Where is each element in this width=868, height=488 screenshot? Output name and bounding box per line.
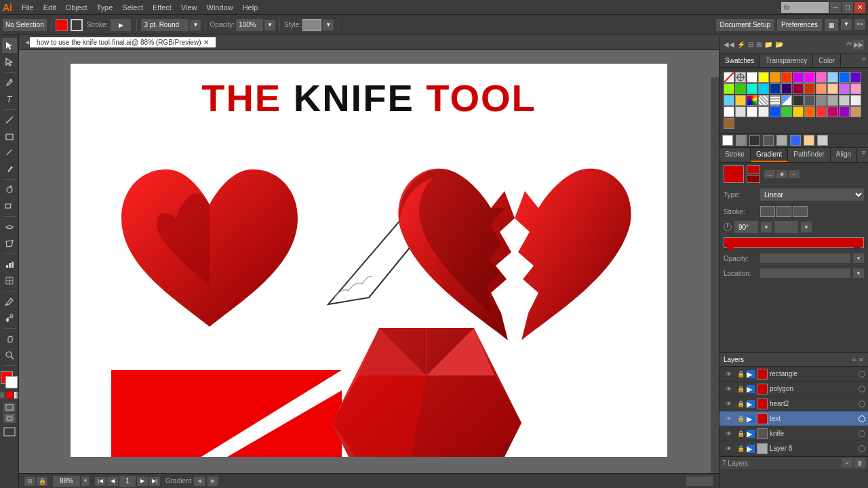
background-color[interactable] [5,376,18,388]
layer-lock-1[interactable]: 🔒 [736,369,745,379]
menu-effect[interactable]: Effect [149,2,176,13]
layer-target-3[interactable] [859,401,865,407]
layer-eye-6[interactable]: 👁 [724,444,733,453]
grad-color-preview[interactable] [724,165,744,183]
angle-dropdown[interactable]: ▼ [761,222,772,232]
tab-scroll-left[interactable]: ◀ [24,37,30,48]
tab-gradient[interactable]: Gradient [751,148,788,162]
swatch-g0[interactable] [758,106,769,117]
tab-color[interactable]: Color [813,54,841,67]
stroke-btn3[interactable] [793,206,808,217]
style-swatch[interactable] [302,19,321,31]
rotate-tool[interactable] [2,182,17,197]
paint-brush-tool[interactable] [2,161,17,176]
color-btn[interactable] [6,392,13,399]
swatch-pattern3[interactable] [770,95,781,106]
swatch-lightgray2[interactable] [735,106,746,117]
tab-stroke[interactable]: Stroke [719,148,751,162]
swatch-peach[interactable] [827,83,838,94]
swatch-darkorange[interactable] [804,106,815,117]
swatch-magenta[interactable] [804,72,815,83]
swatch-lime[interactable] [724,83,734,94]
last-artboard-btn[interactable]: ▶| [149,476,160,486]
close-btn[interactable]: ✕ [854,2,865,13]
swatch-purple[interactable] [793,72,804,83]
swatch-nearlywh[interactable] [850,95,861,106]
zoom-input[interactable] [53,476,80,487]
stroke-color[interactable] [71,19,83,31]
layer-eye-1[interactable]: 👁 [724,369,733,379]
layers-menu[interactable]: ≡ [852,357,856,363]
v-scroll-thumb[interactable] [711,50,719,77]
panel-icon-btn1[interactable]: ⚡ [737,41,745,48]
swatch-brown[interactable] [724,118,734,129]
zoom-tool[interactable] [2,348,17,363]
swatch-leafgreen[interactable] [781,106,792,117]
presentation-btn[interactable] [3,427,16,438]
angle-dial[interactable] [724,223,732,231]
tab-pathfinder[interactable]: Pathfinder [788,148,831,162]
gradient-btn[interactable] [14,392,20,399]
hand-tool[interactable] [2,331,17,346]
stroke-dropdown[interactable]: ▼ [190,20,201,30]
zoom-dropdown[interactable]: ▼ [81,476,90,486]
toolbar-more[interactable]: >> [854,19,865,30]
swatch-grape[interactable] [839,106,850,117]
artboard-input[interactable] [119,476,136,487]
layer-layer8[interactable]: 👁 🔒 ▶ Layer 8 [719,441,868,456]
first-artboard-btn[interactable]: |◀ [95,476,106,486]
layer-arrow-2[interactable]: ▶ [747,385,755,393]
text-tool[interactable]: T [2,92,17,106]
location-dd[interactable]: ▼ [853,268,864,278]
none-color-btn[interactable]: ◻ [0,392,5,399]
panel-icon-btn4[interactable]: 📁 [764,41,772,48]
menu-edit[interactable]: Edit [39,2,60,13]
swatch-footer-peach[interactable] [804,135,814,146]
stroke-btn2[interactable] [776,206,791,217]
swatch-lightgray[interactable] [827,95,838,106]
layer-target-6[interactable] [859,445,865,452]
layer-target-4[interactable] [859,415,865,422]
menu-help[interactable]: Help [239,2,262,13]
stroke-width[interactable]: ▶ [111,19,131,31]
layer-rectangle[interactable]: 👁 🔒 ▶ rectangle [719,367,868,382]
type-select[interactable]: Linear Radial Freeform [760,188,864,201]
swatch-darkgray2[interactable] [804,95,815,106]
tab-align[interactable]: Align [831,148,857,162]
swatch-gold[interactable] [735,95,746,106]
panel-icon-btn2[interactable]: ⊟ [748,41,753,48]
status-arrow-right[interactable]: ▶ [208,476,218,486]
line-tool[interactable] [2,113,17,127]
prev-artboard-btn[interactable]: ◀ [107,476,118,486]
canvas-tab-close[interactable]: ✕ [203,39,209,46]
swatch-silver[interactable] [839,95,850,106]
swatch-white2[interactable] [724,106,734,117]
swatch-skyblue[interactable] [724,95,734,106]
menu-file[interactable]: File [18,2,38,13]
panel-collapse-left[interactable]: ◀◀ [724,41,734,48]
swatch-white[interactable] [747,72,757,83]
swatch-gray[interactable] [816,95,827,106]
opacity-dd[interactable]: ▼ [853,253,864,263]
graph-tool[interactable] [2,257,17,272]
swatch-footer-blue[interactable] [790,135,801,146]
tab-swatches[interactable]: Swatches [719,54,760,67]
layer-lock-2[interactable]: 🔒 [736,384,745,394]
menu-type[interactable]: Type [93,2,117,13]
canvas-tab[interactable]: how to use the knife tool-final.ai@ 88% … [30,37,216,47]
swatch-footer-silver[interactable] [817,135,828,146]
layers-delete-btn[interactable]: 🗑 [854,458,865,468]
layer-text[interactable]: 👁 🔒 ▶ text [719,411,868,426]
transform-tool[interactable] [2,199,17,214]
layer-lock-3[interactable]: 🔒 [736,399,745,409]
stroke-btn1[interactable] [760,206,775,217]
doc-setup-btn[interactable]: Document Setup [716,19,775,31]
style-dropdown[interactable]: ▼ [323,20,334,30]
grad-swatch-bot[interactable] [747,175,760,183]
warp-tool[interactable] [2,220,17,235]
panel-expand[interactable]: ▶▶ [853,40,864,49]
grad-reverse-icon[interactable]: ↔ [789,170,800,178]
layer-arrow-3[interactable]: ▶ [747,400,755,408]
scale-dropdown[interactable]: ▼ [801,222,812,232]
preferences-btn[interactable]: Preferences [777,19,822,31]
